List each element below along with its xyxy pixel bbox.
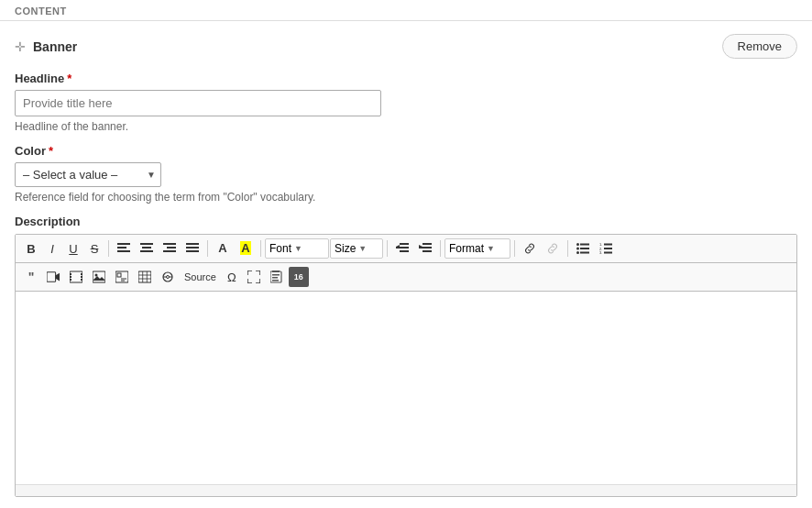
toolbar-divider-1 (108, 240, 109, 257)
toolbar-divider-7 (567, 240, 568, 257)
svg-rect-4 (142, 247, 151, 248)
format-dropdown[interactable]: Format ▼ (444, 238, 510, 259)
description-field-group: Description B I U S (15, 215, 797, 497)
font-dropdown[interactable]: Font ▼ (265, 238, 329, 259)
special-chars-button[interactable]: Ω (222, 267, 242, 287)
image-button[interactable] (88, 267, 110, 287)
embed-button[interactable] (157, 267, 179, 287)
svg-rect-6 (163, 243, 176, 245)
svg-rect-48 (138, 271, 151, 282)
editor-container: B I U S (15, 234, 797, 497)
banner-title-row: ✛ Banner (15, 39, 77, 54)
color-field-group: Color * – Select a value – ▼ Reference f… (15, 144, 797, 204)
underline-button[interactable]: U (63, 238, 83, 259)
svg-point-42 (95, 274, 98, 277)
color-required-marker: * (49, 144, 53, 158)
align-center-button[interactable] (136, 238, 158, 259)
headline-field-group: Headline * Headline of the banner. (15, 72, 797, 133)
toolbar-divider-6 (514, 240, 515, 257)
svg-rect-23 (580, 248, 589, 249)
color-hint: Reference field for choosing the term fr… (15, 191, 797, 204)
banner-header: ✛ Banner Remove (15, 34, 797, 59)
headline-hint: Headline of the banner. (15, 120, 797, 133)
paste-text-button[interactable] (266, 267, 288, 287)
editor-toolbar-row2: " (16, 263, 796, 292)
svg-rect-2 (117, 250, 130, 252)
svg-rect-10 (186, 247, 199, 248)
toolbar-divider-4 (387, 240, 388, 257)
align-left-button[interactable] (113, 238, 135, 259)
justify-button[interactable] (181, 238, 203, 259)
svg-point-54 (167, 276, 170, 279)
color-label: Color * (15, 144, 797, 158)
blockquote-button[interactable]: " (21, 267, 41, 287)
description-label: Description (15, 215, 797, 228)
svg-rect-39 (81, 276, 82, 278)
toolbar-divider-5 (440, 240, 441, 257)
svg-rect-21 (580, 244, 589, 246)
svg-rect-40 (81, 279, 82, 281)
svg-rect-12 (400, 243, 409, 245)
svg-rect-11 (186, 250, 199, 252)
svg-rect-29 (604, 248, 612, 249)
headline-required-marker: * (67, 72, 71, 85)
svg-rect-9 (186, 243, 199, 245)
font-color-button[interactable]: A (212, 238, 234, 259)
indent-decrease-button[interactable] (391, 238, 413, 259)
table-button[interactable] (134, 267, 156, 287)
image2-button[interactable] (111, 267, 133, 287)
strikethrough-button[interactable]: S (84, 238, 104, 259)
svg-rect-45 (117, 273, 121, 277)
svg-rect-5 (140, 250, 153, 252)
svg-rect-1 (117, 247, 126, 248)
svg-rect-18 (422, 250, 432, 252)
svg-rect-36 (70, 276, 71, 278)
source-button[interactable]: Source (180, 267, 221, 287)
svg-rect-0 (117, 243, 130, 245)
svg-rect-38 (81, 273, 82, 275)
svg-rect-37 (70, 279, 71, 281)
content-section-label: CONTENT (0, 0, 812, 21)
svg-rect-41 (93, 271, 105, 282)
headline-label: Headline * (15, 72, 797, 85)
show16-button[interactable]: 16 (289, 267, 309, 287)
toolbar-divider-3 (260, 240, 261, 257)
bold-button[interactable]: B (21, 238, 41, 259)
size-dropdown[interactable]: Size ▼ (330, 238, 383, 259)
svg-rect-59 (272, 274, 280, 276)
svg-point-22 (576, 248, 579, 250)
editor-toolbar-row1: B I U S (16, 235, 796, 263)
drag-icon[interactable]: ✛ (15, 39, 26, 54)
svg-rect-60 (272, 277, 278, 279)
link-button[interactable] (519, 238, 541, 259)
numbered-list-button[interactable]: 1. 2. 3. (595, 238, 617, 259)
unlink-button[interactable] (542, 238, 564, 259)
font-dropdown-arrow: ▼ (294, 244, 302, 253)
svg-rect-32 (47, 272, 56, 282)
highlight-color-button[interactable]: A (235, 238, 257, 259)
color-select[interactable]: – Select a value – (15, 162, 161, 187)
svg-rect-61 (272, 280, 279, 282)
video-button[interactable] (42, 267, 64, 287)
media-button[interactable] (65, 267, 87, 287)
size-dropdown-arrow: ▼ (358, 244, 367, 253)
headline-input[interactable] (15, 90, 381, 116)
align-right-button[interactable] (159, 238, 181, 259)
editor-resize-bar[interactable] (16, 484, 796, 496)
svg-point-24 (576, 251, 579, 254)
editor-body[interactable] (16, 292, 796, 484)
svg-rect-8 (163, 250, 176, 252)
svg-rect-27 (604, 244, 612, 246)
svg-rect-25 (580, 252, 589, 254)
remove-button[interactable]: Remove (722, 34, 797, 59)
svg-rect-7 (167, 247, 176, 248)
svg-text:3.: 3. (599, 250, 602, 255)
italic-button[interactable]: I (42, 238, 62, 259)
format-dropdown-arrow: ▼ (487, 244, 495, 253)
svg-rect-3 (140, 243, 153, 245)
svg-marker-33 (56, 273, 60, 282)
maximize-button[interactable] (243, 267, 265, 287)
bullet-list-button[interactable] (572, 238, 594, 259)
indent-increase-button[interactable] (414, 238, 436, 259)
svg-rect-31 (604, 252, 612, 254)
